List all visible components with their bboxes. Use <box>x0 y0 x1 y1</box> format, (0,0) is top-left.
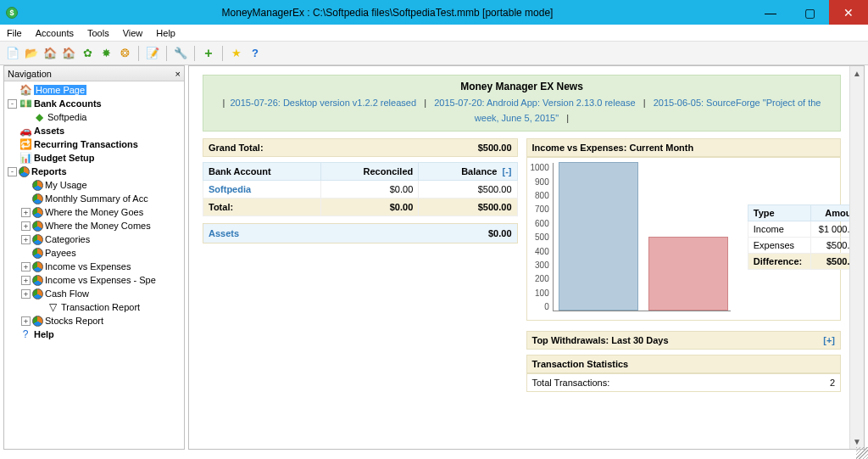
stats-title: Transaction Statistics <box>532 359 629 369</box>
grand-total-row: Grand Total: $500.00 <box>203 138 518 157</box>
home-alt-icon[interactable]: 🏠 <box>61 46 76 61</box>
assets-amount: $0.00 <box>488 228 512 238</box>
nav-report-payees[interactable]: Payees <box>8 246 184 260</box>
chart-title-row: Income vs Expenses: Current Month <box>526 138 842 157</box>
payee-icon[interactable]: ✸ <box>98 46 114 61</box>
settings-icon[interactable]: 🔧 <box>173 46 188 61</box>
titlebar: $ MoneyManagerEx : C:\Softpedia files\So… <box>0 0 868 25</box>
pie-icon <box>19 166 30 177</box>
nav-report-monthly[interactable]: Monthly Summary of Acc <box>8 192 184 205</box>
table-row[interactable]: Softpedia $0.00 $500.00 <box>203 181 518 199</box>
nav-home[interactable]: 🏠Home Page <box>8 83 184 97</box>
navigation-pane: Navigation × 🏠Home Page -💵Bank Accounts … <box>3 65 185 450</box>
resize-grip[interactable] <box>856 447 868 459</box>
currency-icon[interactable]: ❂ <box>117 46 132 61</box>
nav-report-goes[interactable]: +Where the Money Goes <box>8 205 184 219</box>
assets-row[interactable]: Assets $0.00 <box>203 223 518 243</box>
nav-reports[interactable]: -Reports <box>8 165 184 178</box>
expand-icon[interactable]: + <box>21 289 31 299</box>
nav-budget[interactable]: 📊Budget Setup <box>8 151 184 165</box>
nav-assets[interactable]: 🚗Assets <box>8 124 184 137</box>
total-row: Total: $0.00 $500.00 <box>203 199 518 216</box>
chart-panel: 10009008007006005004003002001000 TypeAmo… <box>526 157 842 321</box>
pie-icon <box>32 207 43 218</box>
news-links: | 2015-07-26: Desktop version v1.2.2 rel… <box>210 96 833 126</box>
add-icon[interactable]: + <box>201 46 216 61</box>
col-reconciled: Reconciled <box>321 163 419 181</box>
category-icon[interactable]: ✿ <box>80 46 95 61</box>
legend-diff-label: Difference: <box>748 254 810 270</box>
nav-report-incexp-sp[interactable]: +Income vs Expenses - Spe <box>8 273 184 287</box>
legend-income-amount: $1 000.00 <box>810 221 849 238</box>
assets-link[interactable]: Assets <box>209 228 239 238</box>
expand-icon[interactable]: + <box>21 262 31 271</box>
withdrawals-expand[interactable]: [+] <box>823 335 835 345</box>
open-file-icon[interactable]: 📂 <box>24 46 39 61</box>
home-icon[interactable]: 🏠 <box>42 46 58 61</box>
menu-view[interactable]: View <box>121 26 145 40</box>
vertical-scrollbar[interactable]: ▲ ▼ <box>849 66 864 449</box>
expand-icon[interactable]: + <box>21 235 31 244</box>
pie-icon <box>32 316 43 327</box>
nav-bank-accounts[interactable]: -💵Bank Accounts <box>8 97 184 110</box>
expand-icon[interactable]: + <box>21 316 31 326</box>
bar-expense <box>648 237 728 311</box>
scroll-up-icon[interactable]: ▲ <box>850 66 864 81</box>
expand-icon[interactable]: + <box>21 221 31 231</box>
account-icon: ◆ <box>32 111 46 123</box>
account-link[interactable]: Softpedia <box>209 184 251 194</box>
menu-accounts[interactable]: Accounts <box>34 26 75 40</box>
chart-plot <box>553 163 731 311</box>
window-title: MoneyManagerEx : C:\Softpedia files\Soft… <box>24 0 751 25</box>
nav-recurring[interactable]: 🔁Recurring Transactions <box>8 137 184 151</box>
nav-help[interactable]: ?Help <box>8 327 184 341</box>
col-account: Bank Account <box>203 163 321 181</box>
pie-icon <box>32 248 43 259</box>
menu-file[interactable]: File <box>5 26 24 40</box>
help-icon[interactable]: ? <box>248 46 263 61</box>
nav-report-cashflow[interactable]: +Cash Flow <box>8 287 184 300</box>
edit-icon[interactable]: 📝 <box>145 46 160 61</box>
news-box: Money Manager EX News | 2015-07-26: Desk… <box>203 75 841 132</box>
withdrawals-header: Top Withdrawals: Last 30 Days [+] <box>526 331 842 350</box>
summary-column: Grand Total: $500.00 Bank Account Reconc… <box>203 138 518 392</box>
nav-report-incexp[interactable]: +Income vs Expenses <box>8 260 184 273</box>
news-link-1[interactable]: 2015-07-26: Desktop version v1.2.2 relea… <box>231 98 417 108</box>
collapse-toggle[interactable]: [-] <box>503 166 512 176</box>
nav-account-softpedia[interactable]: ◆Softpedia <box>8 110 184 124</box>
assets-icon: 🚗 <box>19 125 32 137</box>
nav-report-categories[interactable]: +Categories <box>8 232 184 246</box>
star-icon[interactable]: ★ <box>229 46 244 61</box>
nav-report-usage[interactable]: My Usage <box>8 178 184 192</box>
nav-report-txn[interactable]: ▽Transaction Report <box>8 300 184 314</box>
collapse-icon[interactable]: - <box>8 167 17 176</box>
withdrawals-title: Top Withdrawals: Last 30 Days <box>532 335 669 345</box>
maximize-button[interactable]: ▢ <box>790 0 829 25</box>
legend-income-label: Income <box>748 221 810 238</box>
menu-help[interactable]: Help <box>154 26 177 40</box>
toolbar-separator <box>194 46 195 61</box>
app-icon: $ <box>0 0 24 25</box>
nav-report-stocks[interactable]: +Stocks Report <box>8 314 184 327</box>
stats-label: Total Transactions: <box>532 378 610 388</box>
expand-icon[interactable]: + <box>21 208 31 217</box>
close-button[interactable]: ✕ <box>829 0 868 25</box>
nav-report-comes[interactable]: +Where the Money Comes <box>8 219 184 232</box>
new-file-icon[interactable]: 📄 <box>5 46 20 61</box>
expand-icon[interactable]: + <box>21 276 31 285</box>
accounts-table: Bank Account Reconciled Balance [-] Soft… <box>203 162 518 216</box>
main-content: Money Manager EX News | 2015-07-26: Desk… <box>188 65 865 450</box>
minimize-button[interactable]: — <box>751 0 790 25</box>
toolbar: 📄 📂 🏠 🏠 ✿ ✸ ❂ 📝 🔧 + ★ ? <box>0 42 868 65</box>
chart-column: Income vs Expenses: Current Month 100090… <box>526 138 842 392</box>
collapse-icon[interactable]: - <box>8 99 17 109</box>
pie-icon <box>32 288 43 299</box>
bar-income <box>559 162 638 311</box>
pie-icon <box>32 275 43 286</box>
navigation-close-icon[interactable]: × <box>175 69 181 79</box>
total-balance: $500.00 <box>419 199 517 216</box>
legend-col-amount: Amount <box>810 205 849 221</box>
menu-tools[interactable]: Tools <box>86 26 111 40</box>
news-link-2[interactable]: 2015-07-20: Android App: Version 2.13.0 … <box>434 98 635 108</box>
legend-expense-amount: $500.00 <box>810 238 849 254</box>
